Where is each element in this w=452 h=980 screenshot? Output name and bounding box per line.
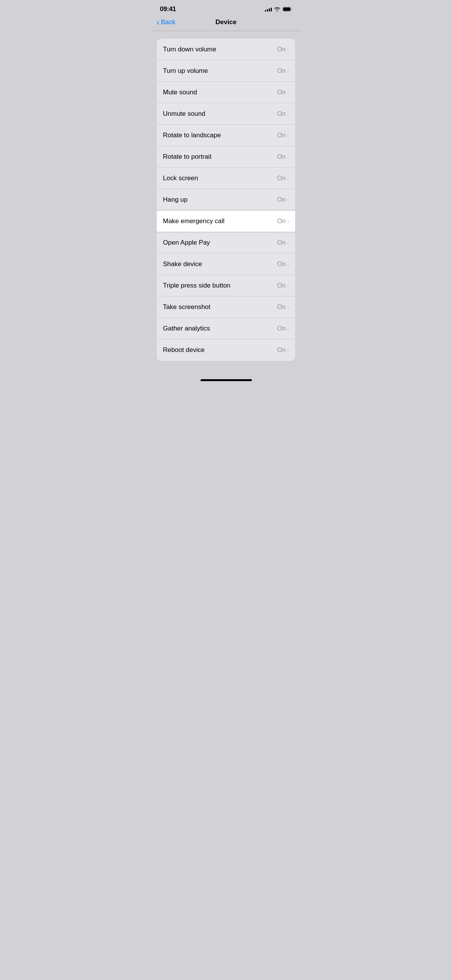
settings-item-right-unmute-sound: On › — [277, 110, 289, 118]
settings-item-mute-sound[interactable]: Mute sound On › — [157, 82, 295, 103]
chevron-right-icon-unmute-sound: › — [287, 111, 289, 117]
settings-item-label-make-emergency-call: Make emergency call — [163, 217, 225, 225]
nav-bar: ‹ Back Device — [151, 15, 301, 31]
settings-item-right-make-emergency-call: On › — [277, 217, 289, 225]
settings-item-triple-press-side-button[interactable]: Triple press side button On › — [157, 275, 295, 296]
settings-item-value-mute-sound: On — [277, 89, 286, 96]
settings-item-reboot-device[interactable]: Reboot device On › — [157, 339, 295, 361]
settings-item-turn-up-volume[interactable]: Turn up volume On › — [157, 60, 295, 82]
settings-item-rotate-to-landscape[interactable]: Rotate to landscape On › — [157, 125, 295, 146]
settings-item-value-rotate-to-landscape: On — [277, 132, 286, 139]
settings-item-value-take-screenshot: On — [277, 303, 286, 311]
settings-item-value-lock-screen: On — [277, 174, 286, 182]
svg-rect-1 — [283, 8, 291, 11]
settings-item-label-gather-analytics: Gather analytics — [163, 325, 210, 332]
settings-item-right-lock-screen: On › — [277, 174, 289, 182]
chevron-right-icon-triple-press-side-button: › — [287, 283, 289, 289]
chevron-right-icon-turn-down-volume: › — [287, 46, 289, 53]
settings-item-right-take-screenshot: On › — [277, 303, 289, 311]
settings-item-value-triple-press-side-button: On — [277, 282, 286, 289]
chevron-right-icon-rotate-to-portrait: › — [287, 154, 289, 160]
settings-item-value-hang-up: On — [277, 196, 286, 204]
settings-item-label-reboot-device: Reboot device — [163, 346, 205, 354]
back-button[interactable]: ‹ Back — [157, 18, 175, 26]
settings-item-right-open-apple-pay: On › — [277, 239, 289, 247]
content: Turn down volume On › Turn up volume On … — [151, 31, 301, 368]
settings-item-rotate-to-portrait[interactable]: Rotate to portrait On › — [157, 146, 295, 168]
settings-item-label-rotate-to-portrait: Rotate to portrait — [163, 153, 212, 161]
settings-item-value-unmute-sound: On — [277, 110, 286, 118]
settings-item-label-turn-down-volume: Turn down volume — [163, 46, 216, 53]
settings-item-unmute-sound[interactable]: Unmute sound On › — [157, 103, 295, 125]
settings-item-label-hang-up: Hang up — [163, 196, 187, 204]
settings-item-right-hang-up: On › — [277, 196, 289, 204]
settings-item-value-open-apple-pay: On — [277, 239, 286, 247]
settings-item-lock-screen[interactable]: Lock screen On › — [157, 168, 295, 189]
chevron-right-icon-shake-device: › — [287, 261, 289, 267]
battery-icon — [283, 7, 292, 12]
settings-item-value-reboot-device: On — [277, 346, 286, 354]
settings-item-right-shake-device: On › — [277, 260, 289, 268]
settings-item-label-take-screenshot: Take screenshot — [163, 303, 210, 311]
settings-item-label-lock-screen: Lock screen — [163, 174, 198, 182]
status-icons — [265, 7, 292, 12]
settings-item-right-gather-analytics: On › — [277, 325, 289, 332]
settings-item-value-shake-device: On — [277, 260, 286, 268]
settings-item-value-gather-analytics: On — [277, 325, 286, 332]
chevron-right-icon-hang-up: › — [287, 197, 289, 203]
settings-item-label-rotate-to-landscape: Rotate to landscape — [163, 132, 221, 139]
settings-item-shake-device[interactable]: Shake device On › — [157, 253, 295, 275]
settings-item-value-turn-up-volume: On — [277, 67, 286, 75]
chevron-right-icon-take-screenshot: › — [287, 304, 289, 310]
settings-item-right-triple-press-side-button: On › — [277, 282, 289, 289]
chevron-right-icon-mute-sound: › — [287, 89, 289, 95]
chevron-right-icon-make-emergency-call: › — [287, 218, 289, 224]
settings-item-label-mute-sound: Mute sound — [163, 89, 197, 96]
settings-item-right-reboot-device: On › — [277, 346, 289, 354]
settings-item-value-rotate-to-portrait: On — [277, 153, 286, 161]
status-time: 09:41 — [160, 5, 176, 13]
settings-list: Turn down volume On › Turn up volume On … — [157, 39, 295, 361]
settings-item-value-turn-down-volume: On — [277, 46, 286, 53]
settings-item-take-screenshot[interactable]: Take screenshot On › — [157, 296, 295, 318]
status-bar: 09:41 — [151, 0, 301, 15]
settings-item-right-turn-up-volume: On › — [277, 67, 289, 75]
settings-item-label-turn-up-volume: Turn up volume — [163, 67, 208, 75]
back-chevron-icon: ‹ — [157, 18, 159, 26]
chevron-right-icon-lock-screen: › — [287, 175, 289, 181]
settings-item-gather-analytics[interactable]: Gather analytics On › — [157, 318, 295, 339]
settings-item-label-triple-press-side-button: Triple press side button — [163, 282, 230, 289]
settings-item-right-mute-sound: On › — [277, 89, 289, 96]
chevron-right-icon-turn-up-volume: › — [287, 68, 289, 74]
chevron-right-icon-rotate-to-landscape: › — [287, 132, 289, 138]
settings-item-hang-up[interactable]: Hang up On › — [157, 189, 295, 210]
settings-item-label-unmute-sound: Unmute sound — [163, 110, 205, 118]
settings-item-make-emergency-call[interactable]: Make emergency call On › — [157, 210, 295, 232]
home-indicator — [151, 376, 301, 384]
settings-item-open-apple-pay[interactable]: Open Apple Pay On › — [157, 232, 295, 253]
settings-item-turn-down-volume[interactable]: Turn down volume On › — [157, 39, 295, 60]
settings-item-right-rotate-to-portrait: On › — [277, 153, 289, 161]
chevron-right-icon-open-apple-pay: › — [287, 240, 289, 246]
settings-item-label-shake-device: Shake device — [163, 260, 202, 268]
nav-title: Device — [215, 18, 237, 26]
signal-icon — [265, 7, 272, 12]
wifi-icon — [274, 7, 280, 12]
settings-item-right-turn-down-volume: On › — [277, 46, 289, 53]
chevron-right-icon-reboot-device: › — [287, 347, 289, 353]
chevron-right-icon-gather-analytics: › — [287, 326, 289, 332]
settings-item-right-rotate-to-landscape: On › — [277, 132, 289, 139]
settings-item-value-make-emergency-call: On — [277, 217, 286, 225]
settings-item-label-open-apple-pay: Open Apple Pay — [163, 239, 210, 247]
back-label: Back — [161, 18, 176, 26]
home-indicator-bar — [201, 379, 252, 381]
